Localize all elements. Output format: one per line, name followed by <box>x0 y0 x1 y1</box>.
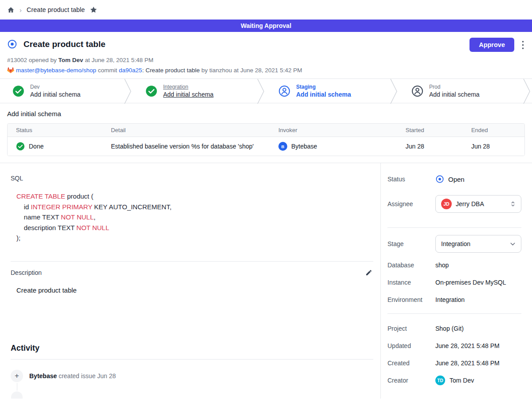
database-label: Database <box>387 262 435 269</box>
creator-label: Creator <box>387 377 435 384</box>
commit-mid-text: commit <box>96 67 119 74</box>
updated-label: Updated <box>387 342 435 349</box>
description-divider <box>11 261 373 262</box>
issue-meta: #13002 opened by Tom Dev at June 28, 202… <box>7 57 525 63</box>
banner-text: Waiting Approval <box>241 22 291 29</box>
assignee-select[interactable]: JD Jerry DBA <box>435 195 521 213</box>
stage-select[interactable]: Integration <box>435 235 521 253</box>
stage-separator-icon <box>389 79 399 103</box>
stage-task-label: Add initial schema <box>429 90 480 98</box>
open-issue-icon <box>435 175 444 184</box>
check-circle-icon <box>16 142 25 151</box>
commit-message: : Create product table <box>142 67 200 74</box>
project-value: Shop (Git) <box>435 325 464 332</box>
description-label: Description <box>11 269 42 276</box>
column-header-ended: Ended <box>471 127 524 133</box>
selector-updown-icon <box>509 200 516 207</box>
column-header-started: Started <box>406 127 471 133</box>
sql-label: SQL <box>11 175 373 182</box>
assignee-avatar: JD <box>441 199 452 209</box>
task-detail-text: Established baseline version %s for data… <box>111 143 278 150</box>
check-circle-icon <box>12 85 24 97</box>
sql-line: id INTEGER PRIMARY KEY AUTO_INCREMENT, <box>16 202 373 212</box>
environment-value: Integration <box>435 296 465 303</box>
instance-value: On-premises Dev MySQL <box>435 279 506 286</box>
task-table-header: Status Detail Invoker Started Ended <box>8 124 524 137</box>
commit-hash-link[interactable]: da90a25 <box>119 67 142 74</box>
timeline-connector <box>17 383 17 391</box>
status-label: Status <box>387 176 435 183</box>
column-header-detail: Detail <box>111 127 278 133</box>
commit-line: master@bytebase-demo/shop commit da90a25… <box>7 67 525 74</box>
next-activity-icon <box>11 391 23 399</box>
sql-line: ); <box>16 233 373 243</box>
status-value: Open <box>448 176 465 183</box>
stage-env-label: Dev <box>30 84 81 90</box>
stage-separator-icon <box>256 79 266 103</box>
issue-sidebar: Status Open Assignee JD Jerry DBA Stage <box>380 163 532 399</box>
task-started-date: Jun 28 <box>406 143 471 150</box>
invoker-avatar: B <box>278 142 287 151</box>
stage-prod[interactable]: Prod Add initial schema <box>399 79 522 103</box>
status-banner: Waiting Approval <box>0 20 532 32</box>
instance-label: Instance <box>387 279 435 286</box>
stage-env-label: Integration <box>163 84 214 90</box>
creator-avatar: TD <box>435 376 445 385</box>
task-status-text: Done <box>29 143 43 150</box>
column-header-status: Status <box>8 127 111 133</box>
created-label: Created <box>387 360 435 367</box>
check-circle-icon <box>145 85 157 97</box>
stage-task-label: Add initial schema <box>30 90 81 98</box>
stage-integration[interactable]: Integration Add initial schema <box>133 79 256 103</box>
task-table: Status Detail Invoker Started Ended Done… <box>7 123 525 156</box>
person-circle-icon <box>278 85 290 97</box>
sidebar-divider <box>387 313 521 314</box>
task-ended-date: Jun 28 <box>471 143 524 150</box>
sql-statement: CREATE TABLE product ( id INTEGER PRIMAR… <box>16 191 373 243</box>
pipeline-stage-bar: Dev Add initial schema Integration Add i… <box>0 78 532 103</box>
person-circle-icon <box>411 85 423 97</box>
stage-separator-icon <box>522 79 532 103</box>
branch-repo-link[interactable]: master@bytebase-demo/shop <box>16 67 96 74</box>
table-row[interactable]: Done Established baseline version %s for… <box>8 137 524 156</box>
stage-dev[interactable]: Dev Add initial schema <box>0 79 123 103</box>
column-header-invoker: Invoker <box>278 127 406 133</box>
creator-value: Tom Dev <box>450 377 474 384</box>
description-content: Create product table <box>16 286 373 294</box>
chevron-down-icon <box>509 240 516 248</box>
issue-id: #13002 opened by <box>7 57 59 63</box>
issue-header: Create product table Approve #13002 open… <box>0 32 532 78</box>
invoker-name: Bytebase <box>291 143 317 150</box>
page-title: Create product table <box>23 39 106 49</box>
stage-task-label: Add initial schema <box>296 90 351 98</box>
activity-divider <box>11 359 373 360</box>
sql-line: description TEXT NOT NULL <box>16 223 373 233</box>
plus-icon: + <box>11 370 23 382</box>
kebab-menu-icon[interactable] <box>521 39 525 51</box>
assignee-value: Jerry DBA <box>456 200 484 207</box>
home-icon[interactable] <box>7 6 15 14</box>
stage-env-label: Prod <box>429 84 480 90</box>
star-icon[interactable] <box>90 6 98 14</box>
breadcrumb-title: Create product table <box>27 6 85 13</box>
updated-value: June 28, 2021 5:48 PM <box>435 342 500 349</box>
stage-value: Integration <box>441 240 470 247</box>
stage-staging[interactable]: Staging Add initial schema <box>266 79 389 103</box>
activity-heading: Activity <box>11 344 373 353</box>
open-issue-icon <box>7 39 17 49</box>
main-content: SQL CREATE TABLE product ( id INTEGER PR… <box>0 163 380 399</box>
task-section: Add initial schema Status Detail Invoker… <box>0 103 532 156</box>
created-value: June 28, 2021 5:48 PM <box>435 360 500 367</box>
environment-label: Environment <box>387 296 435 303</box>
stage-label: Stage <box>387 240 435 247</box>
issue-open-time: at June 28, 2021 5:48 PM <box>83 57 153 63</box>
stage-task-label: Add initial schema <box>163 90 214 98</box>
activity-action: created issue Jun 28 <box>57 372 116 379</box>
sql-line: name TEXT NOT NULL, <box>16 212 373 223</box>
edit-pencil-icon[interactable] <box>364 268 373 277</box>
issue-author: Tom Dev <box>59 57 83 63</box>
sidebar-divider <box>387 227 521 228</box>
stage-env-label: Staging <box>296 84 351 90</box>
approve-button[interactable]: Approve <box>469 38 514 52</box>
commit-tail-text: by tianzhou at June 28, 2021 5:42 PM <box>200 67 302 74</box>
